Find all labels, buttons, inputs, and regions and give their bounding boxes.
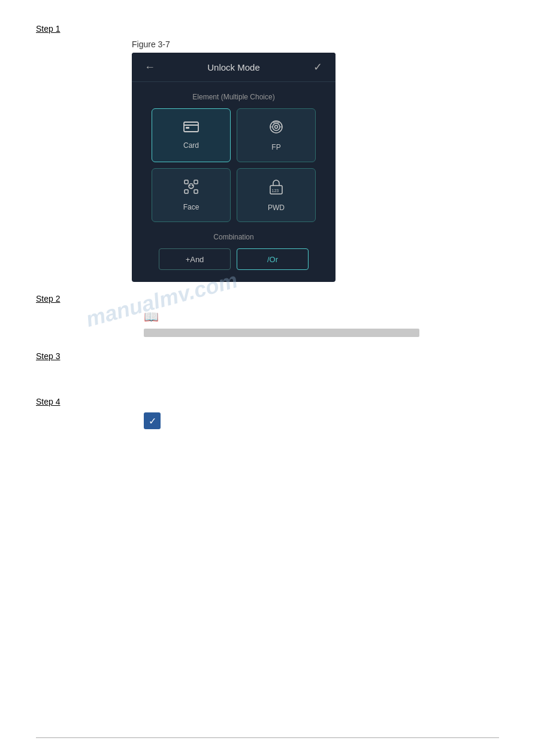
device-screen: ← Unlock Mode ✓ Element (Multiple Choice… xyxy=(132,53,335,282)
tile-fp[interactable]: FP xyxy=(237,108,316,162)
tile-face[interactable]: Face xyxy=(152,168,231,222)
book-icon: 📖 xyxy=(144,309,159,324)
bottom-divider xyxy=(36,737,499,738)
fingerprint-icon xyxy=(268,119,284,138)
svg-rect-9 xyxy=(194,180,198,184)
svg-point-4 xyxy=(273,123,280,130)
svg-rect-0 xyxy=(184,122,198,132)
svg-point-12 xyxy=(189,184,194,189)
step4-label: Step 4 xyxy=(36,397,499,406)
svg-text:123: 123 xyxy=(272,189,279,193)
combination-row: +And /Or xyxy=(141,248,326,270)
face-label: Face xyxy=(183,203,200,211)
tile-pwd[interactable]: 123 PWD xyxy=(237,168,316,222)
combination-section-label: Combination xyxy=(132,233,335,241)
or-button[interactable]: /Or xyxy=(237,248,309,270)
pwd-label: PWD xyxy=(268,204,285,212)
svg-rect-2 xyxy=(186,127,189,129)
confirm-button[interactable]: ✓ xyxy=(309,59,326,75)
card-label: Card xyxy=(183,141,199,150)
svg-rect-11 xyxy=(194,190,198,193)
device-header: ← Unlock Mode ✓ xyxy=(132,53,335,82)
svg-point-13 xyxy=(189,185,191,186)
device-mockup: ← Unlock Mode ✓ Element (Multiple Choice… xyxy=(132,53,335,282)
check-icon: ✓ xyxy=(313,60,322,74)
card-icon xyxy=(183,121,199,136)
screen-title: Unlock Mode xyxy=(158,62,309,72)
password-icon: 123 xyxy=(268,178,284,199)
step1-label: Step 1 xyxy=(36,24,499,34)
svg-point-5 xyxy=(275,126,278,129)
face-icon xyxy=(183,179,199,198)
fp-label: FP xyxy=(271,143,280,151)
highlighted-text-bar xyxy=(144,329,419,337)
svg-point-14 xyxy=(192,185,193,186)
back-icon: ← xyxy=(144,61,155,74)
figure-label: Figure 3-7 xyxy=(132,40,499,49)
tile-card[interactable]: Card xyxy=(152,108,231,162)
step3-label: Step 3 xyxy=(36,351,499,361)
back-button[interactable]: ← xyxy=(141,59,158,75)
check-symbol: ✓ xyxy=(149,415,156,427)
tiles-row-1: Card FP xyxy=(141,108,326,162)
step3-section: Step 3 xyxy=(36,351,499,361)
tiles-row-2: Face 123 PWD xyxy=(141,168,326,222)
step2-label: Step 2 xyxy=(36,294,499,303)
step4-section: Step 4 ✓ xyxy=(36,397,499,434)
svg-rect-8 xyxy=(185,180,188,184)
checkmark-icon: ✓ xyxy=(144,412,161,429)
svg-rect-10 xyxy=(185,190,188,193)
step2-section: Step 2 📖 xyxy=(36,294,499,337)
and-button[interactable]: +And xyxy=(159,248,231,270)
element-section-label: Element (Multiple Choice) xyxy=(132,93,335,101)
